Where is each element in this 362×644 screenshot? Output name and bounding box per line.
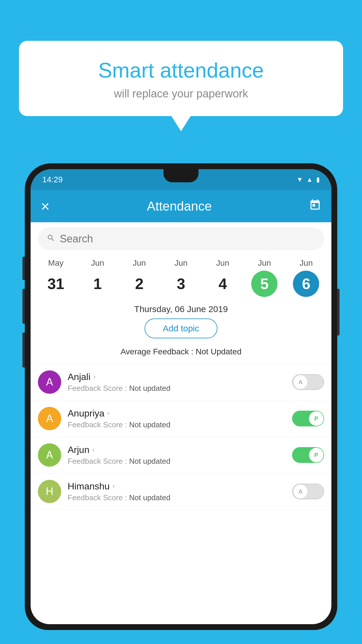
calendar-icon [309,199,321,211]
add-topic-button[interactable]: Add topic [145,318,217,338]
speech-bubble-container: Smart attendance will replace your paper… [19,41,343,116]
feedback-value-1: Not updated [129,420,171,429]
app-bar-title: Attendance [147,199,212,214]
toggle-container-2[interactable]: P [292,447,324,463]
search-input[interactable] [60,233,315,245]
toggle-thumb-2: P [309,448,324,462]
cal-month-3: Jun [174,258,187,268]
calendar-day-6[interactable]: Jun6 [289,258,324,297]
chevron-icon-3: › [113,482,115,490]
side-button-power [337,289,340,335]
avatar-3: H [38,480,61,503]
cal-month-1: Jun [91,258,104,268]
student-feedback-2: Feedback Score : Not updated [68,457,288,466]
student-feedback-1: Feedback Score : Not updated [68,420,288,429]
calendar-strip: May31Jun1Jun2Jun3Jun4Jun5Jun6 [31,256,331,298]
cal-month-2: Jun [133,258,146,268]
phone-frame: 14:29 ▼ ▲ ▮ × Attendance [25,163,337,630]
search-icon [47,233,55,245]
status-time: 14:29 [42,175,63,184]
calendar-day-1[interactable]: Jun1 [80,258,115,297]
avatar-1: A [38,407,61,430]
student-list: AAnjali ›Feedback Score : Not updatedAAA… [31,364,331,510]
avatar-0: A [38,370,61,394]
toggle-container-3[interactable]: A [292,484,324,499]
feedback-value-2: Not updated [129,457,171,466]
phone-screen: 14:29 ▼ ▲ ▮ × Attendance [31,169,331,624]
toggle-container-1[interactable]: P [292,411,324,426]
speech-bubble-subtitle: will replace your paperwork [34,88,328,100]
student-name-0: Anjali › [68,372,288,382]
close-button[interactable]: × [41,197,50,215]
cal-date-0[interactable]: 31 [43,271,69,297]
cal-date-3[interactable]: 3 [168,271,194,297]
phone-frame-container: 14:29 ▼ ▲ ▮ × Attendance [25,163,337,644]
toggle-thumb-1: P [309,411,324,426]
calendar-day-2[interactable]: Jun2 [122,258,157,297]
student-name-3: Himanshu › [68,481,288,492]
attendance-toggle-2[interactable]: P [292,447,324,463]
cal-date-2[interactable]: 2 [126,271,152,297]
avg-feedback-label: Average Feedback : [120,347,196,356]
calendar-button[interactable] [309,199,321,214]
calendar-day-0[interactable]: May31 [38,258,73,297]
average-feedback: Average Feedback : Not Updated [31,344,331,364]
selected-date-label: Thursday, 06 June 2019 [31,298,331,318]
cal-month-6: Jun [300,258,313,268]
student-info-0: Anjali ›Feedback Score : Not updated [68,372,288,393]
student-item-0[interactable]: AAnjali ›Feedback Score : Not updatedA [31,364,331,400]
cal-date-5[interactable]: 5 [251,271,277,297]
student-feedback-3: Feedback Score : Not updated [68,493,288,502]
phone-notch [164,169,198,182]
side-button-1 [22,257,25,280]
status-icons: ▼ ▲ ▮ [296,176,320,183]
avatar-2: A [38,443,61,467]
cal-month-0: May [48,258,64,268]
calendar-day-4[interactable]: Jun4 [205,258,240,297]
search-bar[interactable] [38,228,324,250]
feedback-value-0: Not updated [129,384,171,393]
toggle-thumb-0: A [293,375,308,389]
attendance-toggle-1[interactable]: P [292,411,324,426]
speech-bubble: Smart attendance will replace your paper… [19,41,343,116]
cal-month-4: Jun [216,258,229,268]
chevron-icon-2: › [92,446,94,454]
avg-feedback-value: Not Updated [196,347,241,356]
side-button-3 [22,332,25,368]
attendance-toggle-3[interactable]: A [292,484,324,499]
chevron-icon-1: › [107,410,109,417]
signal-icon: ▲ [306,176,313,183]
toggle-thumb-3: A [293,484,308,499]
calendar-day-3[interactable]: Jun3 [164,258,198,297]
student-info-3: Himanshu ›Feedback Score : Not updated [68,481,288,502]
cal-month-5: Jun [258,258,271,268]
cal-date-1[interactable]: 1 [85,271,111,297]
student-info-2: Arjun ›Feedback Score : Not updated [68,444,288,466]
student-feedback-0: Feedback Score : Not updated [68,384,288,393]
cal-date-4[interactable]: 4 [210,271,236,297]
calendar-day-5[interactable]: Jun5 [247,258,282,297]
app-bar: × Attendance [31,190,331,222]
side-button-2 [22,289,25,324]
toggle-container-0[interactable]: A [292,374,324,390]
speech-bubble-title: Smart attendance [34,58,328,82]
student-name-2: Arjun › [68,444,288,455]
battery-icon: ▮ [316,176,320,183]
chevron-icon-0: › [93,373,95,381]
student-name-1: Anupriya › [68,408,288,419]
wifi-icon: ▼ [296,176,303,183]
feedback-value-3: Not updated [129,493,171,502]
student-item-1[interactable]: AAnupriya ›Feedback Score : Not updatedP [31,400,331,437]
attendance-toggle-0[interactable]: A [292,374,324,390]
student-item-3[interactable]: HHimanshu ›Feedback Score : Not updatedA [31,473,331,510]
student-info-1: Anupriya ›Feedback Score : Not updated [68,408,288,429]
student-item-2[interactable]: AArjun ›Feedback Score : Not updatedP [31,437,331,473]
cal-date-6[interactable]: 6 [293,271,319,297]
